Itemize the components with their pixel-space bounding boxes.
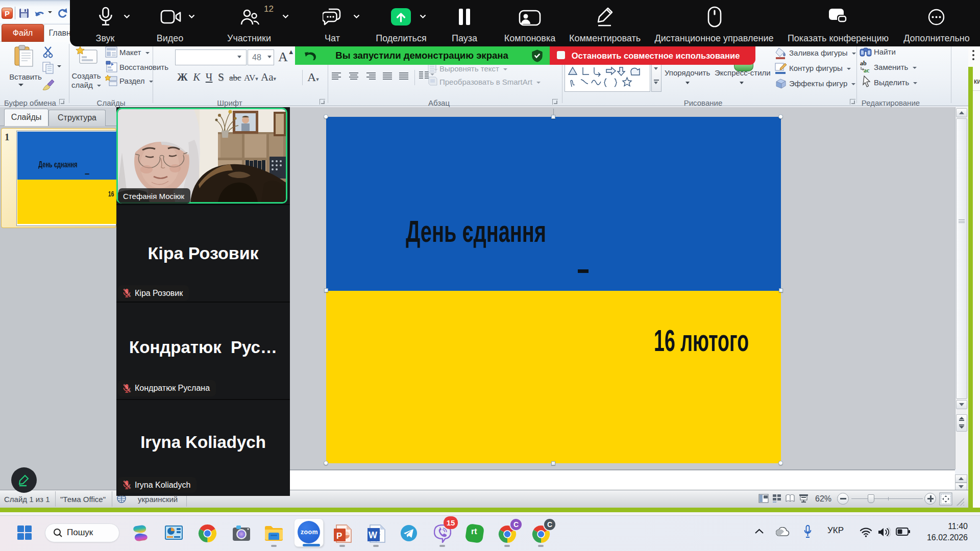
svg-text:ac: ac [864,67,870,73]
svg-text:P: P [336,531,342,541]
svg-text:W: W [369,530,377,540]
svg-text:ab: ab [860,60,867,67]
